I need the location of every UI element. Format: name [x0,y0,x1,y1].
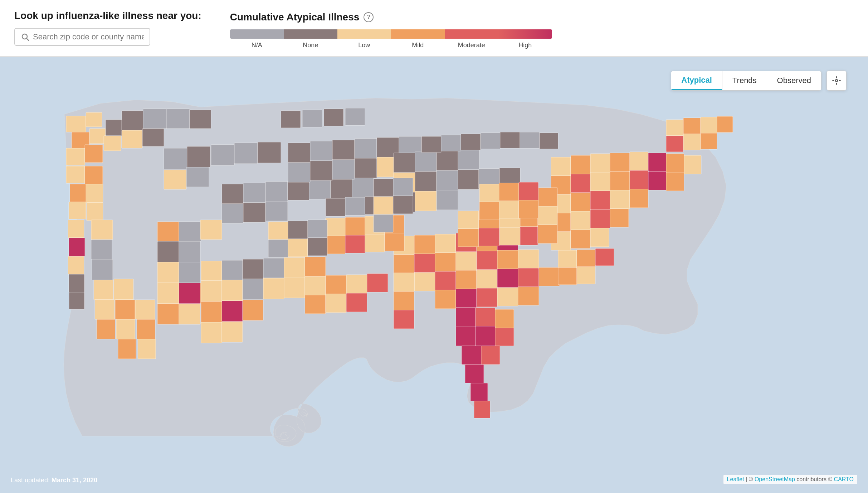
svg-rect-136 [476,308,495,326]
svg-rect-231 [479,202,499,220]
svg-rect-167 [571,211,590,230]
svg-line-1 [27,39,29,41]
svg-rect-69 [265,201,288,221]
legend-segment-mild [391,29,445,39]
svg-rect-186 [326,218,345,236]
svg-rect-183 [666,136,683,152]
svg-rect-237 [481,133,500,149]
svg-rect-14 [190,110,211,129]
svg-rect-134 [518,287,539,305]
map-svg [0,57,868,493]
svg-rect-22 [68,256,84,274]
svg-rect-147 [571,155,590,174]
svg-rect-178 [538,225,557,243]
svg-rect-102 [415,172,437,191]
location-button[interactable] [826,71,847,91]
svg-rect-242 [577,250,595,267]
svg-rect-34 [114,279,133,300]
svg-rect-79 [263,278,284,299]
svg-rect-172 [590,228,609,247]
svg-rect-213 [393,196,413,214]
svg-rect-53 [164,148,187,170]
svg-rect-119 [456,252,477,270]
search-input[interactable] [33,32,144,42]
svg-rect-28 [91,220,113,240]
svg-rect-20 [68,220,84,238]
svg-rect-229 [499,183,519,201]
svg-rect-235 [441,135,461,151]
map-controls: Atypical Trends Observed [671,71,847,91]
svg-rect-208 [288,239,308,257]
help-icon[interactable]: ? [364,12,374,22]
svg-rect-86 [288,143,310,163]
legend-segment-na [230,29,284,39]
svg-rect-164 [610,190,630,209]
leaflet-link[interactable]: Leaflet [727,476,744,482]
svg-rect-214 [374,214,393,232]
osm-link[interactable]: OpenStreetMap [755,476,795,482]
svg-rect-62 [265,182,288,201]
svg-rect-68 [243,203,265,222]
svg-rect-127 [497,269,518,288]
svg-rect-145 [474,401,490,418]
svg-rect-239 [520,132,540,148]
observed-button[interactable]: Observed [767,71,821,90]
svg-rect-46 [157,262,179,283]
svg-rect-199 [394,310,414,329]
svg-rect-245 [577,267,595,284]
svg-rect-56 [234,143,258,164]
svg-rect-144 [470,383,488,401]
svg-rect-179 [666,120,683,136]
svg-rect-129 [539,267,560,286]
svg-rect-190 [326,236,345,254]
svg-rect-72 [243,259,263,279]
svg-rect-197 [394,273,414,291]
svg-rect-92 [288,163,310,182]
svg-rect-51 [157,304,179,324]
svg-rect-88 [332,140,355,160]
svg-rect-184 [683,134,701,150]
svg-rect-95 [355,158,377,178]
atypical-button[interactable]: Atypical [671,71,722,90]
svg-rect-133 [497,288,518,306]
last-updated: Last updated: March 31, 2020 [11,477,97,484]
svg-rect-156 [590,172,610,191]
svg-rect-103 [437,170,458,190]
svg-rect-17 [66,166,85,183]
svg-rect-99 [437,151,458,170]
svg-rect-180 [683,118,701,134]
svg-rect-191 [345,235,365,253]
carto-link[interactable]: CARTO [834,476,854,482]
svg-rect-193 [385,233,404,251]
svg-rect-169 [610,209,629,227]
svg-rect-210 [374,179,393,197]
svg-rect-83 [243,300,263,320]
svg-rect-82 [222,301,243,322]
svg-rect-148 [590,154,610,172]
legend-segment-moderate [445,29,498,39]
svg-rect-185 [701,133,717,149]
svg-rect-59 [186,167,209,187]
svg-rect-240 [540,133,558,149]
map-container[interactable]: Atypical Trends Observed Last updated: M… [0,57,868,493]
svg-rect-211 [393,178,413,196]
svg-rect-165 [630,189,648,208]
svg-rect-203 [345,108,365,125]
svg-rect-43 [200,220,222,240]
svg-rect-45 [179,241,200,262]
svg-rect-204 [268,222,288,240]
svg-rect-222 [458,211,479,229]
legend-label-moderate: Moderate [445,42,498,49]
svg-rect-201 [302,110,322,127]
svg-rect-176 [538,188,557,206]
svg-rect-230 [519,182,538,200]
svg-rect-171 [571,230,590,248]
svg-rect-93 [310,161,332,180]
svg-rect-132 [477,288,497,307]
trends-button[interactable]: Trends [722,71,767,90]
last-updated-date: March 31, 2020 [52,477,97,484]
svg-rect-107 [458,170,479,189]
svg-rect-194 [326,198,345,216]
svg-rect-30 [92,259,113,280]
legend-label-none: None [284,42,337,49]
